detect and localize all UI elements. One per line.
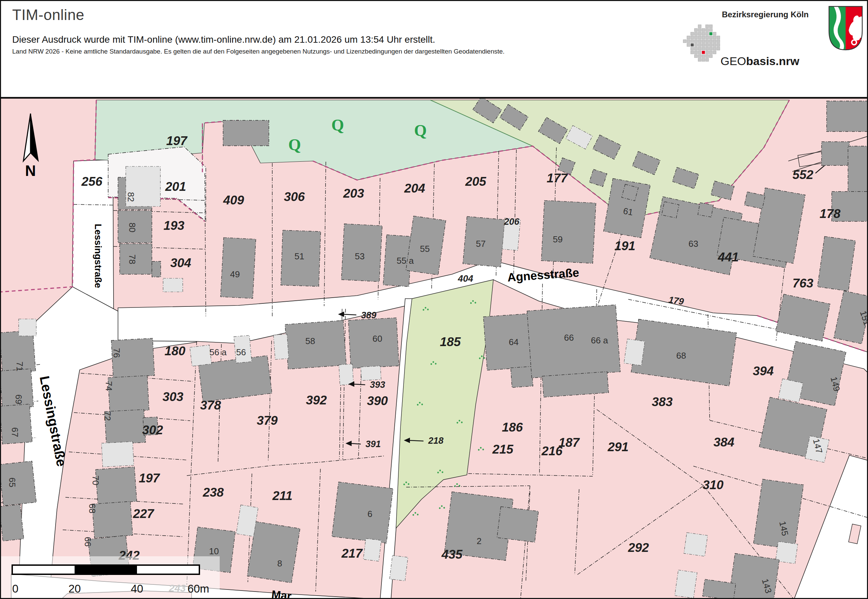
tree-dot bbox=[457, 422, 458, 424]
parcel-label: 552 bbox=[793, 168, 814, 182]
logo-pixel bbox=[691, 40, 694, 43]
logo-pixel bbox=[709, 36, 712, 39]
logo-pixel bbox=[717, 36, 720, 39]
logo-pixel bbox=[705, 58, 709, 61]
header: TIM-online Dieser Ausdruck wurde mit TIM… bbox=[1, 1, 868, 98]
parcel-label: 178 bbox=[820, 207, 841, 221]
building-number: 55 bbox=[420, 244, 430, 254]
header-logos bbox=[1, 1, 868, 98]
building bbox=[92, 501, 133, 538]
logo-pixel bbox=[683, 40, 686, 43]
parcel-label: 227 bbox=[133, 507, 155, 521]
building-light bbox=[190, 345, 212, 366]
logo-pixel bbox=[702, 29, 705, 32]
parcel-label: 191 bbox=[614, 239, 635, 253]
building-light bbox=[339, 364, 353, 385]
logo-pixel bbox=[709, 47, 712, 50]
parcel-label: 310 bbox=[702, 478, 723, 492]
building-light bbox=[361, 366, 381, 381]
logo-pixel bbox=[717, 44, 720, 47]
building-light bbox=[274, 334, 289, 360]
logo-pixel bbox=[702, 44, 705, 47]
building-number: 63 bbox=[689, 239, 698, 249]
parcel-label: 409 bbox=[223, 193, 244, 207]
building-number: 67 bbox=[10, 427, 20, 437]
parcel-label: 394 bbox=[753, 364, 774, 378]
building-number: 59 bbox=[553, 234, 563, 244]
parcel-label: 435 bbox=[441, 548, 463, 561]
parcel-label: 179 bbox=[668, 295, 684, 307]
tree-dot bbox=[454, 485, 456, 487]
deciduous-tree-symbol: Q bbox=[288, 135, 301, 154]
logo-pixel bbox=[705, 40, 709, 43]
logo-pixel bbox=[713, 44, 716, 47]
logo-pixel bbox=[698, 47, 701, 50]
tree-dot bbox=[422, 404, 423, 405]
parcel-label: 206 bbox=[503, 217, 520, 227]
scale-bar: 0204060m bbox=[1, 556, 220, 599]
building-number: 61 bbox=[622, 206, 634, 218]
logo-pixel bbox=[691, 47, 694, 50]
building bbox=[247, 522, 300, 583]
parcel-label: 441 bbox=[717, 250, 739, 264]
logo-pixel bbox=[702, 58, 705, 61]
logo-pixel bbox=[698, 25, 701, 28]
tree-dot bbox=[478, 449, 480, 451]
building bbox=[223, 120, 269, 146]
tree-dot bbox=[413, 514, 414, 516]
print-page: QQQ 389393391218 19725620119330440930620… bbox=[0, 0, 868, 599]
building-number: 56 a bbox=[209, 347, 227, 357]
logo-pixel bbox=[705, 29, 709, 32]
logo-pixel bbox=[713, 47, 716, 50]
logo-pixel bbox=[713, 51, 716, 54]
building bbox=[511, 366, 533, 387]
parcel-label: 763 bbox=[793, 276, 814, 290]
building-number: 68 bbox=[87, 504, 97, 513]
building-number: 78 bbox=[127, 254, 137, 265]
parcel-label: 197 bbox=[139, 471, 160, 485]
logo-pixel bbox=[705, 47, 709, 50]
logo-pixel bbox=[691, 44, 694, 47]
tree-dot bbox=[408, 483, 410, 485]
building-light bbox=[101, 442, 134, 467]
parcel-label: 303 bbox=[163, 390, 184, 404]
building-light bbox=[624, 339, 645, 366]
parcel-label: 203 bbox=[343, 187, 364, 200]
parcel-label: 186 bbox=[502, 420, 523, 434]
tree-dot bbox=[441, 506, 443, 507]
parcel-label: 306 bbox=[284, 190, 305, 204]
logo-pixel bbox=[698, 36, 701, 39]
logo-pixel bbox=[713, 32, 716, 35]
building-light bbox=[675, 570, 697, 598]
ref-parcel-label: 391 bbox=[366, 439, 381, 449]
logo-pixel bbox=[709, 32, 712, 35]
tree-dot bbox=[404, 484, 405, 485]
logo-pixel bbox=[705, 44, 709, 47]
building bbox=[1, 504, 24, 541]
building-number: 2 bbox=[477, 536, 481, 546]
building-light bbox=[19, 319, 36, 336]
building-number: 49 bbox=[230, 269, 240, 279]
building-number: 71 bbox=[15, 362, 25, 372]
parcel-label: 304 bbox=[170, 256, 191, 270]
building-number: 60 bbox=[373, 334, 383, 344]
logo-pixel bbox=[698, 51, 701, 54]
parcel-label: 291 bbox=[607, 440, 628, 454]
logo-pixel bbox=[698, 54, 701, 58]
parcel-label: 185 bbox=[440, 335, 461, 349]
tree-dot bbox=[432, 361, 434, 363]
building bbox=[285, 321, 347, 369]
building bbox=[111, 338, 155, 378]
building-number: 69 bbox=[14, 394, 24, 405]
parcel-label: 193 bbox=[163, 219, 184, 233]
scale-bar-black bbox=[75, 565, 137, 574]
scale-label: 0 bbox=[12, 582, 18, 595]
building bbox=[332, 482, 393, 543]
nrw-coat-of-arms-icon bbox=[829, 6, 868, 51]
tree-dot bbox=[417, 514, 419, 516]
building bbox=[821, 142, 849, 166]
tree-dot bbox=[437, 472, 439, 474]
tree-dot bbox=[423, 309, 425, 311]
logo-pixel bbox=[702, 40, 705, 43]
building-number: 76 bbox=[112, 348, 122, 358]
